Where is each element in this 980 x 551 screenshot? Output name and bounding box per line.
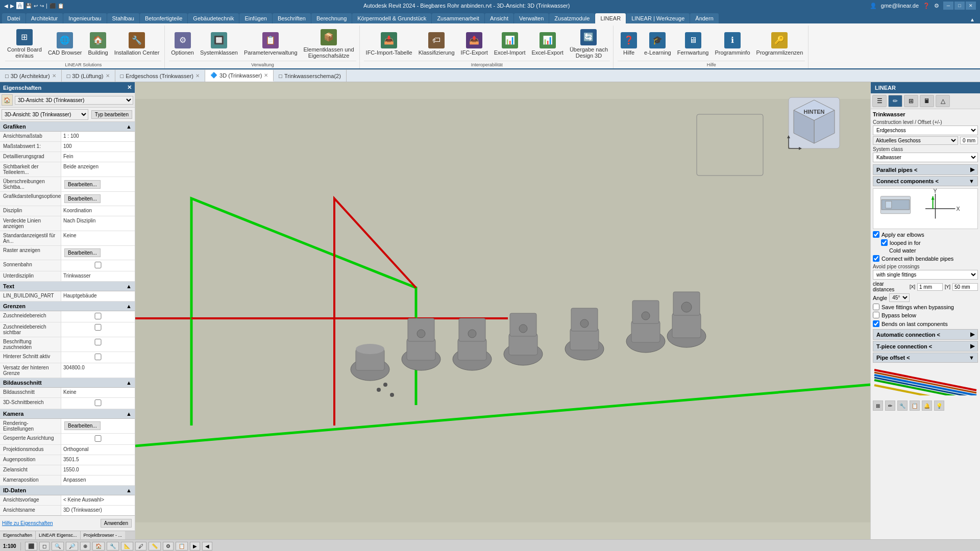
- undo-btn[interactable]: ↩: [34, 3, 38, 9]
- raster-btn[interactable]: Bearbeiten...: [64, 248, 101, 257]
- tab-ingenieurbau[interactable]: Ingenieurbau: [63, 13, 106, 23]
- kamera-section[interactable]: Kamera ▲: [0, 409, 135, 419]
- linear-tab-warn[interactable]: △: [936, 95, 950, 107]
- grafiken-section[interactable]: Grafiken ▲: [0, 122, 135, 132]
- bypass-below-cb[interactable]: [873, 312, 879, 318]
- tab-zusatzmodule[interactable]: Zusatzmodule: [549, 13, 595, 23]
- linear-tab-grid[interactable]: ⊞: [904, 95, 918, 107]
- parallel-pipes-expand[interactable]: ▶: [970, 166, 974, 173]
- app-menu-icon[interactable]: 🅰: [16, 2, 23, 10]
- tab-korper[interactable]: Körpermodell & Grundstück: [352, 13, 431, 23]
- view-ctrl-8[interactable]: 📐: [121, 542, 133, 550]
- bottom-icon-5[interactable]: 🔔: [922, 400, 932, 411]
- beschr-zuschn-cb[interactable]: [63, 339, 133, 345]
- excel-export-btn[interactable]: 📊 Excel-Export: [530, 31, 566, 57]
- t-piece-expand[interactable]: ▶: [970, 343, 974, 349]
- grenzen-section[interactable]: Grenzen ▲: [0, 302, 135, 311]
- linear-tab-list[interactable]: ☰: [872, 95, 887, 107]
- angle-select[interactable]: 45° 30° 60° 90°: [889, 293, 910, 302]
- connect-components-expand[interactable]: ▼: [969, 178, 974, 184]
- view-select[interactable]: 3D-Ansicht: 3D (Trinkwasser): [15, 96, 133, 105]
- help-icon[interactable]: ❓: [923, 3, 930, 9]
- control-board-btn[interactable]: ⊞ Control Boardein/aus: [5, 28, 44, 60]
- bottom-icon-1[interactable]: ⊞: [873, 400, 883, 411]
- kamera-collapse[interactable]: ▲: [126, 411, 132, 417]
- view-ctrl-4[interactable]: 🔎: [66, 542, 78, 550]
- bottom-tab-linear[interactable]: LINEAR Eigensc...: [36, 531, 81, 539]
- view-ctrl-7[interactable]: 🔧: [107, 542, 119, 550]
- building-btn[interactable]: 🏠 Building: [86, 31, 110, 57]
- view-ctrl-2[interactable]: ◻: [39, 542, 50, 550]
- anwenden-btn[interactable]: Anwenden: [101, 519, 132, 528]
- ribbon-tab-bar[interactable]: Datei Architektur Ingenieurbau Stahlbau …: [0, 11, 980, 23]
- misc-icon2[interactable]: 📋: [58, 3, 64, 9]
- ifc-export-btn[interactable]: 📤 IFC-Export: [459, 31, 490, 57]
- id-daten-collapse[interactable]: ▲: [126, 487, 132, 493]
- avoid-crossings-select[interactable]: with single fittings: [873, 270, 978, 280]
- settings-icon[interactable]: ⚙: [934, 3, 939, 9]
- ribbon-collapse-btn[interactable]: ▲: [967, 16, 978, 23]
- linear-solutions-buttons[interactable]: ⊞ Control Boardein/aus 🌐 CAD Browser 🏠 B…: [5, 27, 161, 61]
- view-ctrl-10[interactable]: 📏: [149, 542, 161, 550]
- view-ctrl-3[interactable]: 🔍: [52, 542, 64, 550]
- clear-y-input[interactable]: [952, 283, 978, 291]
- fernwartung-btn[interactable]: 🖥 Fernwartung: [675, 31, 711, 57]
- programmlizenzen-btn[interactable]: 🔑 Programmlizenzen: [754, 31, 805, 57]
- view-ctrl-12[interactable]: 📋: [176, 542, 188, 550]
- title-bar-left-icons[interactable]: ◀ ▶ 🅰 💾 ↩ ↪ | ⬛ 📋: [4, 2, 64, 10]
- systemklassen-btn[interactable]: 🔲 Systemklassen: [198, 31, 240, 57]
- view-ctrl-1[interactable]: ⬛: [25, 542, 37, 550]
- save-btn[interactable]: 💾: [26, 3, 32, 9]
- clear-x-input[interactable]: [917, 283, 943, 291]
- view-tab-arch-3d[interactable]: □ 3D (Architektur) ✕: [0, 70, 62, 82]
- view-tab-close-trink[interactable]: ✕: [264, 72, 268, 78]
- parameterverwaltung-btn[interactable]: 📋 Parameterverwaltung: [242, 31, 300, 57]
- hint-schnitt-cb[interactable]: [63, 354, 133, 360]
- zuschn-value[interactable]: [61, 311, 135, 322]
- view-type-select[interactable]: 3D-Ansicht: 3D (Trinkwasser): [2, 109, 88, 120]
- tab-beschriften[interactable]: Beschriften: [273, 13, 311, 23]
- elearning-btn[interactable]: 🎓 e-Learning: [642, 31, 673, 57]
- interop-buttons[interactable]: 📥 IFC-Import-Tabelle 🏷 Klassifizierung 📤…: [364, 27, 610, 61]
- typ-bearbeiten-btn[interactable]: Typ bearbeiten: [91, 110, 132, 119]
- tab-andern[interactable]: Ändern: [690, 13, 718, 23]
- tab-datei[interactable]: Datei: [2, 13, 26, 23]
- installation-center-btn[interactable]: 🔧 Installation Center: [112, 31, 162, 57]
- save-fittings-cb[interactable]: [873, 304, 879, 310]
- tab-linear[interactable]: LINEAR: [595, 13, 626, 23]
- zuschn-sichtb-cb[interactable]: [63, 324, 133, 331]
- tab-berechnung[interactable]: Berechnung: [311, 13, 352, 23]
- linear-tab-calc[interactable]: 🖩: [920, 95, 934, 107]
- excel-import-btn[interactable]: 📊 Excel-Import: [492, 31, 528, 57]
- tab-linear-werkzeuge[interactable]: LINEAR | Werkzeuge: [626, 13, 690, 23]
- bildausschnitt-section[interactable]: Bildausschnitt ▲: [0, 378, 135, 388]
- bottom-icon-2[interactable]: ✏: [885, 400, 895, 411]
- view-ctrl-9[interactable]: 🖊: [135, 542, 146, 550]
- klassif-btn[interactable]: 🏷 Klassifizierung: [416, 31, 457, 57]
- tab-architektur[interactable]: Architektur: [26, 13, 63, 23]
- grafiken-collapse[interactable]: ▲: [126, 123, 132, 130]
- hilfe-buttons[interactable]: ❓ Hilfe 🎓 e-Learning 🖥 Fernwartung ℹ Pro…: [618, 27, 805, 61]
- view-tab-luft-3d[interactable]: □ 3D (Lüftung) ✕: [62, 70, 115, 82]
- view-tab-close-arch[interactable]: ✕: [52, 73, 56, 79]
- elemklassen-btn[interactable]: 📦 Elementklassen undEigenschafsätze: [302, 28, 356, 60]
- tab-gebaude[interactable]: Gebäudetechnik: [188, 13, 239, 23]
- left-panel-tab-bar[interactable]: Eigenschaften LINEAR Eigensc... Projektb…: [0, 531, 135, 539]
- ubergabe-btn[interactable]: 🔄 Übergabe nachDesign 3D: [568, 28, 610, 60]
- zuschn-cb[interactable]: [63, 313, 133, 319]
- t-piece-connection-header[interactable]: T-piece connection < ▶: [873, 341, 978, 352]
- id-daten-section[interactable]: ID-Daten ▲: [0, 486, 135, 495]
- tab-betonfertigteile[interactable]: Betonfertigteile: [140, 13, 187, 23]
- tab-verwalten[interactable]: Verwalten: [514, 13, 549, 23]
- looped-in-for-cb[interactable]: [881, 239, 888, 246]
- tab-einfugen[interactable]: Einfügen: [239, 13, 272, 23]
- quick-access-forward[interactable]: ▶: [10, 3, 14, 9]
- view-tab-close-luft[interactable]: ✕: [106, 73, 110, 79]
- grenzen-collapse[interactable]: ▲: [126, 303, 132, 309]
- gesperrt-value[interactable]: [61, 434, 135, 444]
- automatic-connection-header[interactable]: Automatic connection < ▶: [873, 329, 978, 340]
- hilfe-btn[interactable]: ❓ Hilfe: [618, 31, 640, 57]
- view-ctrl-13[interactable]: ▶: [190, 542, 200, 550]
- hint-schnitt-value[interactable]: [61, 352, 135, 363]
- view-controls[interactable]: 1:100 ⬛ ◻ 🔍 🔎 ⊕ 🏠 🔧 📐 🖊 📏 ⚙ 📋 ▶ ◀: [0, 539, 980, 551]
